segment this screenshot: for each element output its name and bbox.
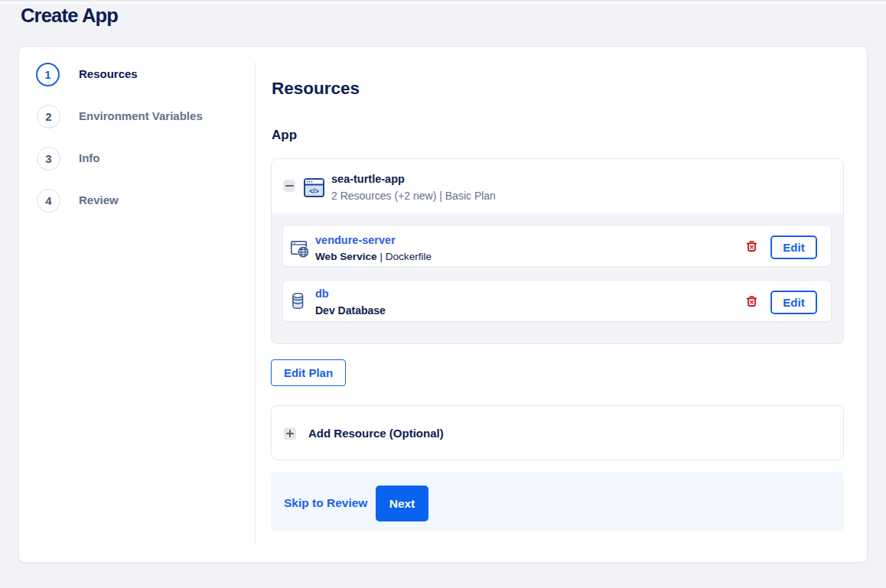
svg-text:</>: </>	[309, 187, 318, 195]
